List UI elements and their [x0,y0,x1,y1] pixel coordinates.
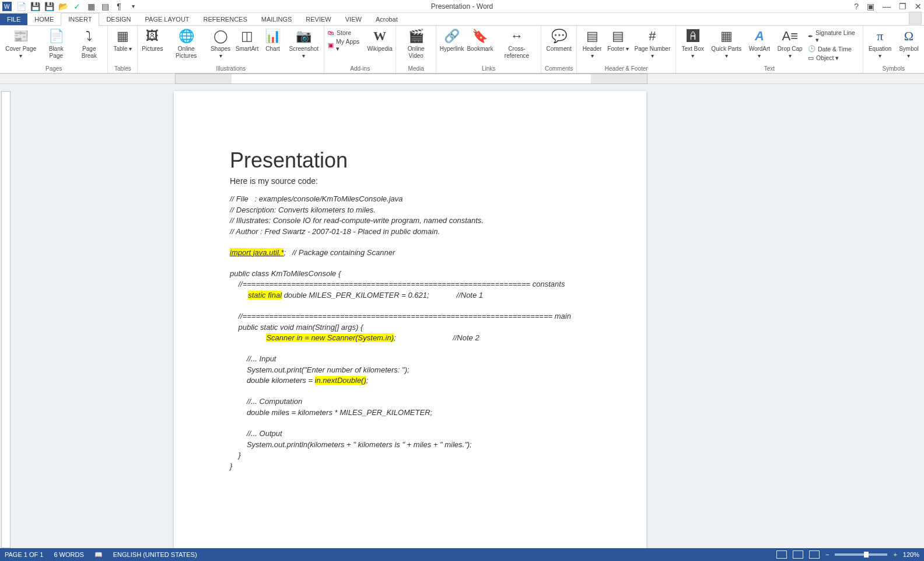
code-highlight: in.nextDouble() [315,376,366,385]
svg-text:W: W [4,4,10,10]
zoom-level[interactable]: 120% [903,551,919,558]
drop-cap-icon: A≡ [782,28,798,44]
new-icon[interactable]: 📄 [16,2,26,11]
screenshot-label: Screenshot ▾ [288,46,321,60]
pictures-button[interactable]: 🖼Pictures [141,27,163,53]
comment-button[interactable]: 💬Comment [547,27,572,53]
tab-review[interactable]: REVIEW [299,13,338,25]
header-button[interactable]: ▤Header ▾ [580,27,603,60]
web-layout-button[interactable] [809,550,820,559]
paragraph-icon[interactable]: ¶ [114,2,124,11]
layout2-icon[interactable]: ▤ [100,2,110,11]
status-language[interactable]: ENGLISH (UNITED STATES) [113,551,197,558]
zoom-out-button[interactable]: − [825,551,829,558]
code-line: public static void main(String[] args) { [230,323,363,332]
tab-view[interactable]: VIEW [338,13,369,25]
window-title: Presentation - Word [431,2,494,11]
status-words[interactable]: 6 WORDS [54,551,83,558]
layout1-icon[interactable]: ▦ [86,2,96,11]
tab-mailings[interactable]: MAILINGS [254,13,299,25]
online-pictures-label: Online Pictures [167,46,205,60]
blank-page-button[interactable]: 📄Blank Page [41,27,71,60]
tab-page-layout[interactable]: PAGE LAYOUT [138,13,197,25]
cross-reference-label: Cross-reference [496,46,537,60]
smartart-button[interactable]: ◫SmartArt [236,27,258,53]
ribbon: 📰Cover Page ▾ 📄Blank Page ⤵Page Break Pa… [0,26,924,74]
status-proofing-icon[interactable]: 📖 [94,551,103,559]
smartart-label: SmartArt [236,46,258,53]
spelling-icon[interactable]: ✓ [72,2,82,11]
zoom-in-button[interactable]: + [893,551,897,558]
page[interactable]: Presentation Here is my source code: // … [174,91,646,548]
pictures-label: Pictures [142,46,163,53]
zoom-thumb[interactable] [864,552,869,557]
group-illustrations-label: Illustrations [216,65,246,73]
online-video-label: Online Video [400,46,432,60]
open-icon[interactable]: 📂 [58,2,68,11]
group-links: 🔗Hyperlink 🔖Bookmark ↔Cross-reference Li… [436,26,541,73]
close-icon[interactable]: ✕ [915,2,922,11]
online-pictures-button[interactable]: 🌐Online Pictures [167,27,205,60]
vertical-ruler[interactable] [1,91,10,548]
minimize-icon[interactable]: — [883,2,891,11]
quick-parts-button[interactable]: ▦Quick Parts ▾ [709,27,743,60]
tab-design[interactable]: DESIGN [99,13,138,25]
horizontal-ruler[interactable] [175,74,648,84]
hyperlink-button[interactable]: 🔗Hyperlink [440,27,464,53]
cross-reference-button[interactable]: ↔Cross-reference [496,27,537,60]
store-button[interactable]: 🛍Store [328,29,364,36]
date-time-button[interactable]: 🕒Date & Time [808,45,859,53]
object-button[interactable]: ▭Object ▾ [808,54,859,61]
save-icon[interactable]: 💾 [30,2,40,11]
screenshot-button[interactable]: 📷Screenshot ▾ [288,27,321,60]
myapps-button[interactable]: ▣My Apps ▾ [328,38,364,52]
print-layout-button[interactable] [793,550,803,559]
status-page[interactable]: PAGE 1 OF 1 [5,551,43,558]
chart-button[interactable]: 📊Chart [262,27,284,53]
signature-line-button[interactable]: ✒Signature Line ▾ [808,29,859,43]
myapps-label: My Apps ▾ [336,38,364,52]
user-avatar[interactable] [909,12,922,25]
save-as-icon[interactable]: 💾 [44,2,54,11]
group-media: 🎬Online Video Media [396,26,436,73]
wordart-button[interactable]: AWordArt ▾ [747,27,772,60]
help-icon[interactable]: ? [854,2,859,11]
chart-label: Chart [265,46,279,53]
zoom-slider[interactable] [835,553,887,556]
intro-text: Here is my source code: [230,176,590,186]
wordart-label: WordArt ▾ [747,46,772,60]
symbol-button[interactable]: ΩSymbol ▾ [897,27,921,60]
cover-page-button[interactable]: 📰Cover Page ▾ [4,27,38,60]
online-video-button[interactable]: 🎬Online Video [400,27,432,60]
tab-file[interactable]: FILE [0,13,27,25]
header-label: Header ▾ [580,46,603,60]
text-box-icon: 🅰 [685,28,701,44]
table-button[interactable]: ▦Table ▾ [111,27,134,53]
ruler-area [0,74,924,84]
window-controls: ? ▣ — ❐ ✕ [854,2,922,11]
drop-cap-button[interactable]: A≡Drop Cap ▾ [776,27,804,60]
equation-button[interactable]: πEquation ▾ [867,27,894,60]
tab-home[interactable]: HOME [27,13,61,25]
wikipedia-button[interactable]: WWikipedia [368,27,392,53]
read-mode-button[interactable] [776,550,787,559]
tab-references[interactable]: REFERENCES [197,13,254,25]
qat-more-icon[interactable]: ▾ [128,2,138,11]
group-text-label: Text [764,65,775,73]
page-break-button[interactable]: ⤵Page Break [74,27,104,60]
document-area[interactable]: Presentation Here is my source code: // … [0,84,924,548]
group-illustrations: 🖼Pictures 🌐Online Pictures ◯Shapes ▾ ◫Sm… [138,26,324,73]
tab-acrobat[interactable]: Acrobat [369,13,405,25]
tab-insert[interactable]: INSERT [61,13,99,26]
code-line: ; //Note 2 [394,333,480,342]
restore-icon[interactable]: ❐ [899,2,907,11]
video-icon: 🎬 [408,28,424,44]
ribbon-display-icon[interactable]: ▣ [867,2,874,11]
group-links-label: Links [482,65,495,73]
bookmark-button[interactable]: 🔖Bookmark [467,27,493,53]
footer-button[interactable]: ▤Footer ▾ [607,27,629,53]
page-number-button[interactable]: #Page Number ▾ [633,27,672,60]
shapes-button[interactable]: ◯Shapes ▾ [209,27,232,60]
text-box-button[interactable]: 🅰Text Box ▾ [680,27,706,60]
store-icon: 🛍 [328,29,334,36]
